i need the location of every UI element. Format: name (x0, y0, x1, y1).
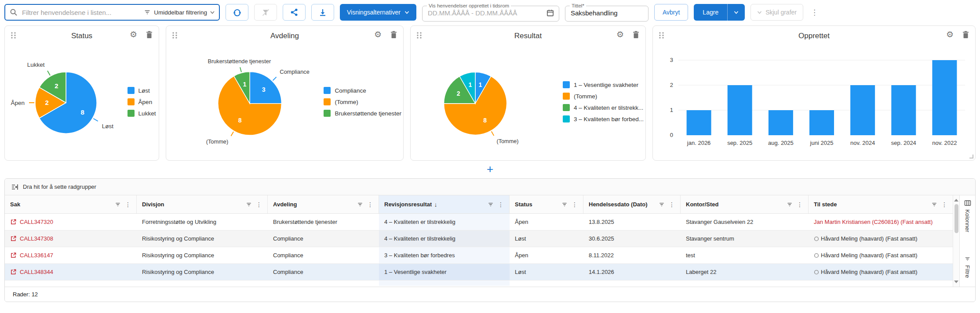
legend-item[interactable]: 1 – Vesentlige svakheter (563, 81, 644, 88)
legend-swatch (563, 115, 570, 122)
title-field-label: Tittel* (570, 3, 586, 8)
case-link[interactable]: CALL336147 (10, 252, 53, 259)
save-button[interactable]: Lagre (694, 4, 727, 21)
column-menu-icon[interactable]: ⋮ (572, 201, 578, 208)
bar[interactable] (727, 85, 752, 135)
add-chart-button[interactable]: + (482, 163, 498, 175)
legend-item[interactable]: Åpen (128, 98, 156, 105)
calendar-button[interactable] (546, 9, 554, 17)
chart-settings-icon[interactable]: ⚙ (616, 30, 624, 39)
chart-settings-icon[interactable]: ⚙ (130, 30, 137, 39)
save-options-button[interactable] (727, 4, 745, 21)
chart-delete-icon[interactable] (633, 31, 639, 39)
legend-item[interactable]: (Tomme) (563, 93, 644, 100)
chart-settings-icon[interactable]: ⚙ (374, 30, 382, 39)
legend-item[interactable]: 4 – Kvaliteten er tilstrekk... (563, 104, 644, 111)
table-row[interactable]: CALL336147Risikostyring og ComplianceCom… (5, 247, 953, 264)
row-group-dropzone[interactable]: Dra hit for å sette radgrupper (5, 179, 975, 195)
column-label: Status (515, 201, 532, 208)
download-button[interactable] (311, 4, 334, 21)
share-button[interactable] (283, 4, 306, 21)
chevron-down-icon (404, 11, 409, 14)
column-menu-icon[interactable]: ⋮ (367, 201, 373, 208)
row-groups-icon (11, 183, 18, 191)
scroll-down-arrow[interactable] (954, 281, 958, 285)
table-row[interactable]: CALL348344Risikostyring og ComplianceCom… (5, 264, 953, 281)
vertical-scrollbar[interactable] (953, 195, 959, 287)
chart-delete-icon[interactable] (962, 31, 969, 39)
bar[interactable] (809, 110, 834, 135)
view-options-label: Visningsalternativer (347, 9, 401, 16)
bar[interactable] (891, 85, 916, 135)
legend-swatch (128, 98, 135, 105)
hide-charts-button[interactable]: Skjul grafer (750, 4, 803, 21)
chart-delete-icon[interactable] (390, 31, 397, 39)
date-range-input[interactable] (427, 9, 543, 17)
case-link[interactable]: CALL347320 (10, 219, 53, 225)
table-row[interactable]: CALL347308Risikostyring og ComplianceCom… (5, 230, 953, 247)
legend-swatch (563, 104, 570, 111)
view-options-button[interactable]: Visningsalternativer (340, 4, 416, 21)
panel-resize-handle[interactable] (969, 155, 973, 158)
refresh-button[interactable] (226, 4, 248, 21)
column-filter-icon[interactable] (488, 201, 494, 208)
bar[interactable] (686, 110, 711, 135)
legend-item[interactable]: 3 – Kvaliteten bør forbed... (563, 115, 644, 122)
legend-item[interactable]: (Tomme) (324, 98, 401, 105)
column-filter-icon[interactable] (659, 201, 665, 208)
case-link[interactable]: CALL347308 (10, 235, 53, 242)
column-filter-icon[interactable] (561, 201, 568, 208)
presence-icon (814, 270, 819, 275)
column-header-divisjon[interactable]: Divisjon⋮ (137, 195, 268, 213)
column-menu-icon[interactable]: ⋮ (498, 201, 504, 208)
toolbar-more-button[interactable]: ⋮ (809, 9, 820, 16)
bar[interactable] (768, 110, 793, 135)
column-header-sak[interactable]: Sak⋮ (5, 195, 137, 213)
cell-kontor: Stavanger Gauselveien 22 (681, 214, 809, 230)
legend-item[interactable]: Compliance (324, 87, 401, 94)
table-row[interactable]: CALL347320Forretningsstøtte og Utvikling… (5, 214, 953, 230)
filter-mode-dropdown[interactable]: Umiddelbar filtrering (144, 9, 215, 16)
search-input[interactable] (21, 8, 140, 17)
legend-item[interactable]: Brukerstøttende tjenester (324, 110, 401, 117)
column-menu-icon[interactable]: ⋮ (941, 201, 947, 208)
presence-icon (814, 236, 819, 241)
case-link[interactable]: CALL348344 (10, 269, 53, 275)
column-filter-icon[interactable] (357, 201, 363, 208)
tab-kolonner[interactable]: Kolonner (964, 200, 971, 232)
column-filter-icon[interactable] (787, 201, 793, 208)
column-menu-icon[interactable]: ⋮ (669, 201, 675, 208)
bar[interactable] (850, 85, 875, 135)
tab-filtre[interactable]: Filtre (964, 256, 971, 278)
presence-icon (814, 253, 819, 258)
column-filter-icon[interactable] (246, 201, 252, 208)
pie-slice[interactable] (250, 72, 281, 104)
legend-swatch (128, 87, 135, 94)
title-field[interactable]: Tittel* (565, 3, 648, 22)
column-menu-icon[interactable]: ⋮ (797, 201, 803, 208)
column-header-kontor[interactable]: Kontor/Sted⋮ (681, 195, 809, 213)
chart-settings-icon[interactable]: ⚙ (946, 30, 954, 39)
date-range-field[interactable]: Vis henvendelser opprettet i tidsrom (422, 3, 559, 22)
column-menu-icon[interactable]: ⋮ (125, 201, 131, 208)
clear-filter-button[interactable] (254, 4, 277, 21)
column-header-tilstede[interactable]: Til stede⋮ (809, 195, 953, 213)
app-root: Umiddelbar filtrering (0, 0, 980, 302)
column-header-resultat[interactable]: Revisjonsresultat↓⋮ (379, 195, 510, 213)
column-header-dato[interactable]: Hendelsesdato (Dato)⋮ (583, 195, 681, 213)
legend-item[interactable]: Lukket (128, 110, 156, 117)
scrollbar-thumb[interactable] (954, 204, 958, 233)
scroll-up-arrow[interactable] (954, 197, 958, 201)
bar[interactable] (932, 60, 957, 135)
column-header-status[interactable]: Status⋮ (510, 195, 583, 213)
title-input[interactable] (570, 9, 644, 17)
cancel-button[interactable]: Avbryt (654, 4, 688, 21)
chart-delete-icon[interactable] (146, 31, 153, 39)
search-box[interactable]: Umiddelbar filtrering (4, 4, 220, 21)
column-filter-icon[interactable] (931, 201, 937, 208)
column-filter-icon[interactable] (115, 201, 121, 208)
column-header-avdeling[interactable]: Avdeling⋮ (268, 195, 379, 213)
column-menu-icon[interactable]: ⋮ (256, 201, 262, 208)
legend-item[interactable]: Løst (128, 87, 156, 94)
slice-label: Lukket (27, 61, 44, 68)
